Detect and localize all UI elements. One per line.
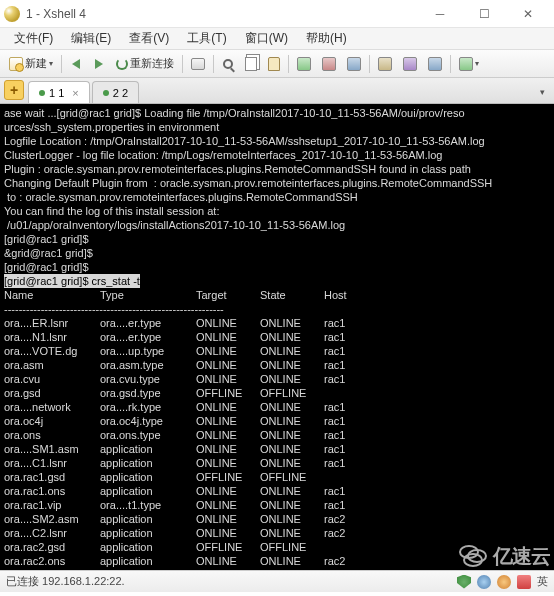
- connected-dot-icon: [39, 90, 45, 96]
- terminal-view[interactable]: ase wait ...[grid@rac1 grid]$ Loading fi…: [0, 104, 554, 590]
- globe-icon[interactable]: [477, 575, 491, 589]
- app-icon: [4, 6, 20, 22]
- minimize-button[interactable]: ─: [418, 0, 462, 28]
- table-row: ora.rac1.onsapplicationONLINEONLINErac1: [4, 484, 550, 498]
- forward-button[interactable]: [88, 53, 110, 75]
- reconnect-button[interactable]: 重新连接: [111, 53, 179, 75]
- tool-f-button[interactable]: [423, 53, 447, 75]
- tablist-dropdown[interactable]: ▾: [534, 84, 550, 100]
- printer-button[interactable]: [186, 53, 210, 75]
- copy-button[interactable]: [240, 53, 262, 75]
- tool-a-button[interactable]: [292, 53, 316, 75]
- tool-b-icon: [322, 57, 336, 71]
- terminal-line: to : oracle.sysman.prov.remoteinterfaces…: [4, 190, 550, 204]
- table-row: ora....SM2.asmapplicationONLINEONLINErac…: [4, 512, 550, 526]
- terminal-line: Plugin : oracle.sysman.prov.remoteinterf…: [4, 162, 550, 176]
- terminal-line: urces/ssh_system.properties in environme…: [4, 120, 550, 134]
- menu-edit[interactable]: 编辑(E): [63, 28, 119, 49]
- refresh-icon: [116, 58, 128, 70]
- terminal-line: /u01/app/oraInventory/logs/installAction…: [4, 218, 550, 232]
- tab-2[interactable]: 2 2: [92, 81, 139, 103]
- shield-icon[interactable]: [457, 575, 471, 589]
- tool-d-button[interactable]: [373, 53, 397, 75]
- new-session-button[interactable]: 新建▾: [4, 53, 58, 75]
- table-row: ora....N1.lsnrora....er.typeONLINEONLINE…: [4, 330, 550, 344]
- maximize-button[interactable]: ☐: [462, 0, 506, 28]
- window-title: 1 - Xshell 4: [26, 7, 418, 21]
- new-icon: [9, 57, 23, 71]
- status-text: 已连接 192.168.1.22:22.: [6, 574, 125, 589]
- menu-tools[interactable]: 工具(T): [179, 28, 234, 49]
- tab-label: 1 1: [49, 87, 64, 99]
- terminal-command-line: [grid@rac1 grid]$ crs_stat -t: [4, 274, 550, 288]
- statusbar: 已连接 192.168.1.22:22. 英: [0, 570, 554, 592]
- menu-help[interactable]: 帮助(H): [298, 28, 355, 49]
- new-label: 新建: [25, 56, 47, 71]
- arrow-left-icon: [72, 59, 80, 69]
- menu-view[interactable]: 查看(V): [121, 28, 177, 49]
- back-button[interactable]: [65, 53, 87, 75]
- table-row: ora....VOTE.dgora....up.typeONLINEONLINE…: [4, 344, 550, 358]
- table-row: ora.gsdora.gsd.typeOFFLINEOFFLINE: [4, 386, 550, 400]
- paste-button[interactable]: [263, 53, 285, 75]
- new-tab-button[interactable]: +: [4, 80, 24, 100]
- printer-icon: [191, 58, 205, 70]
- table-row: ora.cvuora.cvu.typeONLINEONLINErac1: [4, 372, 550, 386]
- table-row: ora.rac2.gsdapplicationOFFLINEOFFLINE: [4, 540, 550, 554]
- separator: [182, 55, 183, 73]
- menu-file[interactable]: 文件(F): [6, 28, 61, 49]
- toolbar: 新建▾ 重新连接 ▾: [0, 50, 554, 78]
- tool-f-icon: [428, 57, 442, 71]
- table-row: ora....C1.lsnrapplicationONLINEONLINErac…: [4, 456, 550, 470]
- table-row: ora....C2.lsnrapplicationONLINEONLINErac…: [4, 526, 550, 540]
- table-row: ora.rac2.onsapplicationONLINEONLINErac2: [4, 554, 550, 568]
- terminal-line: ase wait ...[grid@rac1 grid]$ Loading fi…: [4, 106, 550, 120]
- table-row: ora.rac1.gsdapplicationOFFLINEOFFLINE: [4, 470, 550, 484]
- tool-c-button[interactable]: [342, 53, 366, 75]
- tool-d-icon: [378, 57, 392, 71]
- table-row: ora.oc4jora.oc4j.typeONLINEONLINErac1: [4, 414, 550, 428]
- table-row: ora....ER.lsnrora....er.typeONLINEONLINE…: [4, 316, 550, 330]
- table-row: ora.asmora.asm.typeONLINEONLINErac1: [4, 358, 550, 372]
- table-row: ora.rac1.vipora....t1.typeONLINEONLINEra…: [4, 498, 550, 512]
- tabbar: + 1 1× 2 2 ▾: [0, 78, 554, 104]
- tab-close-icon[interactable]: ×: [72, 87, 78, 99]
- menubar: 文件(F) 编辑(E) 查看(V) 工具(T) 窗口(W) 帮助(H): [0, 28, 554, 50]
- tool-a-icon: [297, 57, 311, 71]
- lang-icon[interactable]: [517, 575, 531, 589]
- terminal-line: [grid@rac1 grid]$: [4, 232, 550, 246]
- table-divider: ----------------------------------------…: [4, 302, 550, 316]
- close-button[interactable]: ✕: [506, 0, 550, 28]
- tab-label: 2 2: [113, 87, 128, 99]
- copy-icon: [245, 57, 257, 71]
- connected-dot-icon: [103, 90, 109, 96]
- paste-icon: [268, 57, 280, 71]
- terminal-line: Changing Default Plugin from : oracle.sy…: [4, 176, 550, 190]
- find-button[interactable]: [217, 53, 239, 75]
- terminal-line: You can find the log of this install ses…: [4, 204, 550, 218]
- tool-g-icon: [459, 57, 473, 71]
- separator: [288, 55, 289, 73]
- separator: [213, 55, 214, 73]
- titlebar: 1 - Xshell 4 ─ ☐ ✕: [0, 0, 554, 28]
- separator: [369, 55, 370, 73]
- terminal-line: Logfile Location : /tmp/OraInstall2017-1…: [4, 134, 550, 148]
- separator: [61, 55, 62, 73]
- tool-e-button[interactable]: [398, 53, 422, 75]
- table-row: ora.onsora.ons.typeONLINEONLINErac1: [4, 428, 550, 442]
- tab-1[interactable]: 1 1×: [28, 81, 90, 103]
- lang-text: 英: [537, 574, 548, 589]
- menu-window[interactable]: 窗口(W): [237, 28, 296, 49]
- table-header: NameTypeTargetStateHost: [4, 288, 550, 302]
- reconnect-label: 重新连接: [130, 56, 174, 71]
- terminal-line: ClusterLogger - log file location: /tmp/…: [4, 148, 550, 162]
- table-row: ora....SM1.asmapplicationONLINEONLINErac…: [4, 442, 550, 456]
- separator: [450, 55, 451, 73]
- table-row: ora....networkora....rk.typeONLINEONLINE…: [4, 400, 550, 414]
- tool-e-icon: [403, 57, 417, 71]
- search-icon: [223, 59, 233, 69]
- status-orange-icon[interactable]: [497, 575, 511, 589]
- tool-g-button[interactable]: ▾: [454, 53, 484, 75]
- terminal-line: &grid@rac1 grid]$: [4, 246, 550, 260]
- tool-b-button[interactable]: [317, 53, 341, 75]
